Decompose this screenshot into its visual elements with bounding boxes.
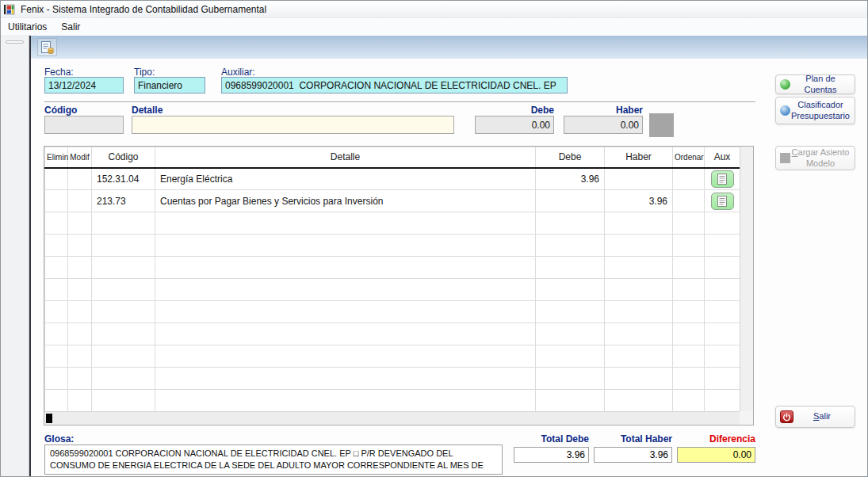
diferencia-field <box>677 447 755 463</box>
cell-debe: 3.96 <box>536 168 605 190</box>
document-icon <box>717 196 727 207</box>
codigo-field[interactable] <box>44 116 124 134</box>
detalle-label: Detalle <box>132 105 163 116</box>
codigo-label: Código <box>44 105 77 116</box>
title-bar: Fenix - Sistema Integrado de Contabilida… <box>1 1 868 18</box>
blue-sphere-icon <box>780 105 790 116</box>
fecha-field[interactable] <box>44 77 124 93</box>
form-separator <box>44 101 755 102</box>
menu-salir[interactable]: Salir <box>54 20 87 34</box>
app-window: Fenix - Sistema Integrado de Contabilida… <box>0 0 868 477</box>
plan-de-cuentas-label: Plan de Cuentas <box>790 74 851 94</box>
total-debe-field <box>514 447 589 463</box>
detalle-field[interactable] <box>132 116 454 134</box>
plan-de-cuentas-button[interactable]: Plan de Cuentas <box>775 74 855 94</box>
col-aux: Aux <box>705 147 740 168</box>
horizontal-scrollbar[interactable] <box>44 411 740 425</box>
clasificador-label: Clasificador Presupuestario <box>790 100 851 120</box>
empty-row[interactable] <box>45 257 740 279</box>
empty-row[interactable] <box>45 345 740 368</box>
cell-debe <box>536 190 605 212</box>
glosa-label: Glosa: <box>44 433 74 445</box>
vertical-scrollbar[interactable] <box>740 147 753 411</box>
total-haber-label: Total Haber <box>594 433 672 445</box>
new-entry-button[interactable] <box>37 38 57 56</box>
cargar-asiento-modelo-button: Cargar Asiento Modelo <box>775 146 855 170</box>
asiento-table: Elimin Modif Código Detalle Debe Haber O… <box>44 147 740 412</box>
cell-detalle: Energía Eléctrica <box>155 168 536 190</box>
cell-detalle: Cuentas por Pagar Bienes y Servicios par… <box>155 190 536 212</box>
menu-utilitarios[interactable]: Utilitarios <box>1 20 54 34</box>
fecha-label: Fecha: <box>44 67 74 78</box>
empty-row[interactable] <box>45 212 740 235</box>
col-detalle: Detalle <box>155 147 536 168</box>
scrollbar-corner <box>740 411 753 425</box>
panel-splitter-handle[interactable] <box>6 40 24 44</box>
col-debe: Debe <box>536 147 605 168</box>
empty-row[interactable] <box>45 301 740 323</box>
empty-row[interactable] <box>45 323 740 345</box>
table-row[interactable]: 213.73 Cuentas por Pagar Bienes y Servic… <box>45 190 740 212</box>
diferencia-label: Diferencia <box>677 433 755 445</box>
haber-label: Haber <box>564 105 643 116</box>
total-debe-label: Total Debe <box>514 433 589 445</box>
debe-field[interactable] <box>475 116 554 134</box>
tipo-label: Tipo: <box>134 67 155 78</box>
asiento-grid: Elimin Modif Código Detalle Debe Haber O… <box>44 146 754 425</box>
scrollbar-thumb[interactable] <box>46 414 52 423</box>
col-ordenar: Ordenar <box>673 147 705 168</box>
empty-row[interactable] <box>45 390 740 412</box>
glosa-text-box[interactable]: 0968599020001 CORPORACION NACIONAL DE EL… <box>44 445 503 475</box>
col-elimin: Elimin <box>45 147 68 168</box>
toolbar <box>31 36 868 59</box>
document-icon <box>717 174 727 185</box>
cell-haber <box>605 168 673 190</box>
empty-row[interactable] <box>45 368 740 390</box>
cell-codigo: 152.31.04 <box>92 168 155 190</box>
salir-button[interactable]: Salir <box>775 406 855 428</box>
cell-haber: 3.96 <box>605 190 673 212</box>
window-title: Fenix - Sistema Integrado de Contabilida… <box>21 4 266 15</box>
total-haber-field <box>594 447 672 463</box>
tipo-field[interactable] <box>134 77 205 93</box>
clasificador-presupuestario-button[interactable]: Clasificador Presupuestario <box>775 97 855 124</box>
salir-label: Salir <box>793 411 851 422</box>
menu-bar: Utilitarios Salir <box>1 19 868 35</box>
aux-button[interactable] <box>711 170 734 188</box>
left-collapsed-panel <box>1 35 29 477</box>
col-codigo: Código <box>92 147 155 168</box>
haber-field[interactable] <box>564 116 643 134</box>
col-modif: Modif <box>68 147 92 168</box>
cargar-asiento-label: Cargar Asiento Modelo <box>790 147 851 168</box>
debe-label: Debe <box>475 105 554 116</box>
aux-button[interactable] <box>711 193 734 210</box>
auxiliar-field[interactable] <box>221 77 568 93</box>
document-coins-icon <box>40 40 55 55</box>
power-icon <box>780 410 793 423</box>
add-line-button[interactable] <box>649 113 674 137</box>
empty-row[interactable] <box>45 279 740 301</box>
gray-square-icon <box>780 153 790 163</box>
col-haber: Haber <box>605 147 673 168</box>
empty-row[interactable] <box>45 235 740 257</box>
table-row[interactable]: 152.31.04 Energía Eléctrica 3.96 <box>45 168 740 190</box>
table-header-row: Elimin Modif Código Detalle Debe Haber O… <box>45 147 740 168</box>
green-sphere-icon <box>780 79 790 90</box>
cell-codigo: 213.73 <box>92 190 155 212</box>
auxiliar-label: Auxiliar: <box>221 67 255 78</box>
app-icon <box>4 3 17 16</box>
